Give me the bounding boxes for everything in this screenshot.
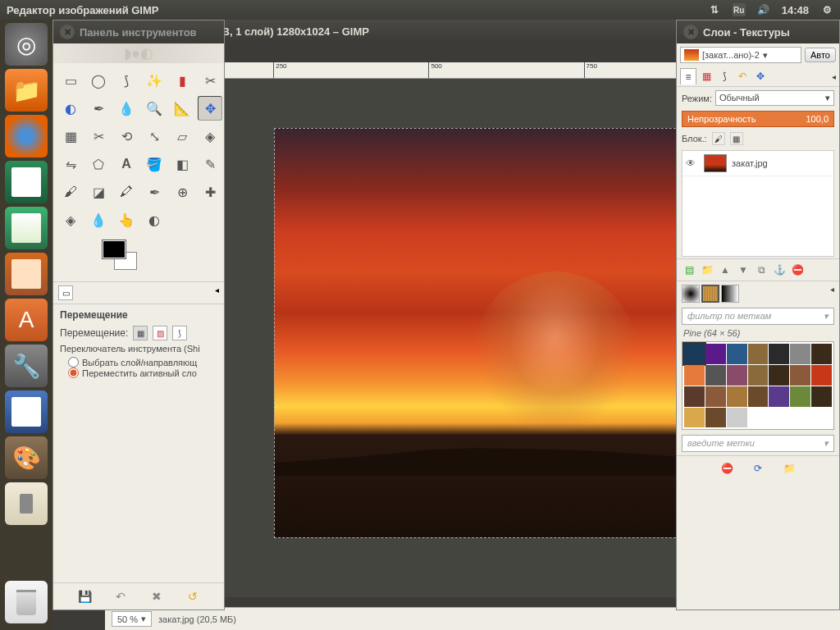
color-select-tool[interactable]: ▮	[170, 68, 194, 93]
delete-pattern-icon[interactable]: ⛔	[719, 461, 734, 476]
keyboard-layout[interactable]: Ru	[733, 3, 746, 16]
layers-tab-icon[interactable]: ≡	[680, 68, 696, 84]
pattern-swatch[interactable]	[811, 386, 832, 407]
impress-icon[interactable]	[5, 253, 48, 295]
anchor-layer-icon[interactable]: ⚓	[772, 262, 787, 277]
pattern-swatch[interactable]	[727, 365, 747, 386]
fg-select-tool[interactable]: ◐	[58, 96, 83, 121]
writer-icon[interactable]	[5, 161, 48, 203]
ink-tool[interactable]: ✒	[142, 180, 167, 204]
flip-tool[interactable]: ⇋	[58, 152, 83, 176]
zoom-tool[interactable]: 🔍	[142, 96, 167, 121]
tool-options-tab-icon[interactable]: ▭	[58, 285, 73, 300]
delete-layer-icon[interactable]: ⛔	[790, 262, 805, 277]
crop-tool[interactable]: ✂	[86, 124, 111, 148]
measure-tool[interactable]: 📐	[170, 96, 194, 121]
move-layer-icon[interactable]: ▦	[133, 326, 148, 340]
fg-color-swatch[interactable]	[103, 240, 126, 258]
dash-icon[interactable]: ◎	[5, 23, 48, 66]
layers-titlebar[interactable]: ✕ Слои - Текстуры	[677, 21, 839, 43]
tags-input[interactable]: введите метки▾	[682, 435, 834, 452]
pattern-swatch[interactable]	[811, 344, 832, 364]
settings-icon[interactable]: 🔧	[5, 345, 48, 387]
layer-name[interactable]: закат.jpg	[732, 158, 768, 168]
visibility-icon[interactable]: 👁	[686, 158, 699, 169]
lock-pixels-icon[interactable]: 🖌	[712, 132, 725, 145]
clock[interactable]: 14:48	[782, 4, 809, 16]
pencil-tool[interactable]: ✎	[198, 152, 222, 176]
pattern-swatch[interactable]	[790, 344, 810, 364]
tag-filter-input[interactable]: фильтр по меткам▾	[682, 308, 834, 325]
gear-icon[interactable]: ⚙	[820, 3, 833, 16]
pattern-swatch[interactable]	[727, 386, 747, 407]
gradients-tab[interactable]	[721, 285, 739, 303]
pattern-swatch[interactable]	[705, 386, 726, 407]
pattern-swatch[interactable]	[790, 386, 810, 407]
layer-group-icon[interactable]: 📁	[700, 262, 714, 277]
pattern-swatch[interactable]	[769, 365, 789, 386]
pattern-swatch[interactable]	[684, 344, 705, 364]
pattern-swatch[interactable]	[748, 386, 769, 407]
move-selection-icon[interactable]: ▨	[153, 326, 167, 340]
calc-icon[interactable]	[5, 207, 48, 249]
auto-button[interactable]: Авто	[805, 48, 836, 62]
undo-tab-icon[interactable]: ↶	[734, 68, 751, 84]
align-tool[interactable]: ▦	[58, 124, 83, 148]
paintbrush-tool[interactable]: 🖌	[58, 180, 83, 204]
perspective-tool[interactable]: ◈	[198, 124, 222, 148]
save-options-icon[interactable]: 💾	[75, 587, 94, 606]
close-icon[interactable]: ✕	[60, 25, 75, 39]
usb-creator-icon[interactable]	[5, 482, 48, 525]
color-picker-tool[interactable]: 💧	[114, 96, 139, 121]
image-dropdown[interactable]: [закат...ано)-2 ▾	[680, 47, 801, 63]
pattern-swatch[interactable]	[727, 408, 747, 428]
pattern-swatch[interactable]	[769, 386, 789, 407]
raise-layer-icon[interactable]: ▲	[718, 262, 733, 277]
tab-menu-icon[interactable]: ◂	[832, 72, 836, 81]
pattern-swatch[interactable]	[684, 365, 705, 386]
brushes-tab[interactable]	[682, 285, 700, 303]
free-select-tool[interactable]: ⟆	[114, 68, 139, 93]
pattern-swatch[interactable]	[684, 386, 705, 407]
rotate-tool[interactable]: ⟲	[114, 124, 139, 148]
reset-options-icon[interactable]: ↺	[183, 587, 203, 606]
pattern-swatch[interactable]	[727, 344, 747, 364]
image-canvas[interactable]	[274, 128, 717, 538]
firefox-icon[interactable]	[5, 115, 48, 158]
blend-tool[interactable]: ◧	[170, 152, 194, 176]
blur-tool[interactable]: 💧	[86, 208, 111, 232]
document-icon[interactable]	[5, 390, 48, 433]
toolbox-titlebar[interactable]: ✕ Панель инструментов	[53, 21, 224, 43]
pattern-swatch[interactable]	[790, 365, 810, 386]
move-path-icon[interactable]: ⟆	[172, 326, 187, 340]
scissors-tool[interactable]: ✂	[198, 68, 222, 93]
pattern-swatch[interactable]	[705, 365, 726, 386]
network-icon[interactable]: ⇅	[708, 3, 721, 16]
zoom-selector[interactable]: 50 % ▾	[112, 611, 152, 627]
pattern-swatch[interactable]	[705, 408, 726, 428]
channels-tab-icon[interactable]: ▦	[698, 68, 714, 84]
radio-move-active[interactable]: Переместить активный сло	[60, 368, 217, 378]
heal-tool[interactable]: ✚	[198, 180, 222, 204]
refresh-patterns-icon[interactable]: ⟳	[751, 461, 765, 476]
opacity-slider[interactable]: Непрозрачность 100,0	[682, 111, 834, 127]
trash-icon[interactable]	[5, 581, 48, 623]
smudge-tool[interactable]: 👆	[114, 208, 139, 232]
scale-tool[interactable]: ⤡	[142, 124, 167, 148]
perspective-clone-tool[interactable]: ◈	[58, 208, 83, 232]
dodge-tool[interactable]: ◐	[142, 208, 167, 232]
eraser-tool[interactable]: ◪	[86, 180, 111, 204]
pattern-swatch[interactable]	[748, 365, 769, 386]
rect-select-tool[interactable]: ▭	[58, 68, 83, 93]
cage-tool[interactable]: ⬠	[86, 152, 111, 176]
fuzzy-select-tool[interactable]: ✨	[142, 68, 167, 93]
software-center-icon[interactable]: A	[5, 299, 48, 341]
pattern-swatch[interactable]	[811, 365, 832, 386]
gimp-icon[interactable]: 🎨	[5, 436, 48, 479]
blend-mode-select[interactable]: Обычный▾	[715, 90, 834, 106]
close-icon[interactable]: ✕	[683, 25, 698, 39]
move-tab-icon[interactable]: ✥	[752, 68, 769, 84]
layer-thumbnail[interactable]	[704, 154, 727, 172]
layer-row[interactable]: 👁 закат.jpg	[682, 151, 833, 176]
paths-tab-icon[interactable]: ⟆	[716, 68, 733, 84]
